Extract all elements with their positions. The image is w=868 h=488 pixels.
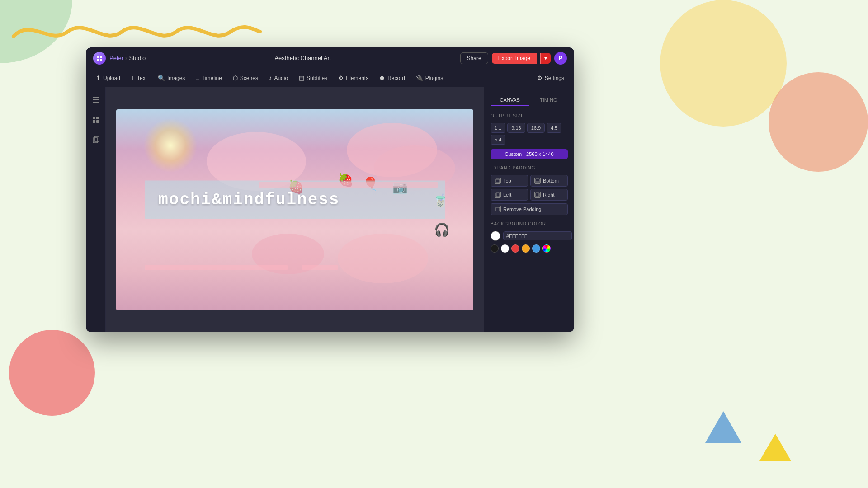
- export-button[interactable]: Export Image: [492, 53, 537, 64]
- squiggle-decoration: [9, 14, 262, 50]
- svg-rect-21: [496, 207, 500, 211]
- svg-rect-12: [94, 136, 99, 141]
- color-input-row: ✏: [491, 231, 568, 241]
- sidebar-icon-copy[interactable]: [89, 132, 103, 147]
- preset-blue[interactable]: [532, 244, 540, 253]
- expand-padding-label: EXPAND PADDING: [491, 165, 568, 170]
- preset-black[interactable]: [491, 244, 499, 253]
- remove-padding-button[interactable]: Remove Padding: [491, 203, 568, 215]
- record-icon: ⏺: [379, 75, 385, 81]
- size-16-9[interactable]: 16:9: [527, 123, 545, 133]
- svg-rect-6: [93, 102, 99, 103]
- expand-left-button[interactable]: Left: [491, 189, 528, 201]
- plugins-button[interactable]: 🔌 Plugins: [411, 73, 448, 83]
- svg-rect-5: [93, 99, 99, 100]
- sticker-headphones[interactable]: 🎧: [434, 222, 450, 237]
- share-button[interactable]: Share: [460, 52, 488, 64]
- size-buttons-group: 1:1 9:16 16:9 4:5 5:4: [491, 123, 568, 145]
- expand-bottom-label: Bottom: [543, 178, 559, 183]
- right-panel: CANVAS TIMING OUTPUT SIZE 1:1 9:16 16:9 …: [484, 87, 574, 332]
- bg-circle-salmon: [769, 72, 868, 172]
- subtitles-button[interactable]: ▤ Subtitles: [294, 73, 332, 83]
- top-bar: Peter › Studio Aesthetic Channel Art Sha…: [86, 47, 574, 69]
- sidebar-icon-layers[interactable]: [89, 93, 103, 107]
- timeline-label: Timeline: [202, 75, 222, 81]
- preset-red[interactable]: [511, 244, 519, 253]
- panel-tabs: CANVAS TIMING: [491, 94, 568, 106]
- app-window: Peter › Studio Aesthetic Channel Art Sha…: [86, 47, 574, 332]
- export-chevron-button[interactable]: ▾: [540, 53, 551, 64]
- audio-button[interactable]: ♪ Audio: [264, 73, 292, 83]
- text-icon: T: [131, 75, 135, 81]
- scenes-label: Scenes: [240, 75, 258, 81]
- svg-rect-9: [93, 120, 95, 123]
- size-1-1[interactable]: 1:1: [491, 123, 505, 133]
- preset-rainbow[interactable]: [542, 244, 551, 253]
- expand-bottom-button[interactable]: Bottom: [530, 175, 568, 187]
- bg-triangle-yellow: [760, 434, 791, 461]
- upload-button[interactable]: ⬆ Upload: [91, 73, 125, 83]
- expand-left-label: Left: [503, 192, 511, 197]
- output-size-label: OUTPUT SIZE: [491, 113, 568, 118]
- remove-padding-icon: [495, 206, 501, 212]
- expand-right-button[interactable]: Right: [530, 189, 568, 201]
- remove-padding-label: Remove Padding: [503, 206, 541, 212]
- canvas-content: 🍓 🍓 🎈 📷 🧋 🎧 mochi&mindfulness: [116, 109, 473, 310]
- svg-rect-1: [100, 56, 102, 58]
- user-avatar[interactable]: P: [554, 52, 567, 65]
- size-4-5[interactable]: 4:5: [547, 123, 561, 133]
- tab-timing[interactable]: TIMING: [529, 94, 568, 106]
- settings-icon: ⚙: [537, 75, 542, 81]
- svg-rect-13: [496, 179, 500, 183]
- preset-white[interactable]: [501, 244, 509, 253]
- app-logo: [93, 52, 106, 65]
- toolbar: ⬆ Upload T Text 🔍 Images ≡ Timeline ⬡ Sc…: [86, 69, 574, 87]
- canvas-area[interactable]: 🍓 🍓 🎈 📷 🧋 🎧 mochi&mindfulness: [106, 87, 484, 332]
- images-button[interactable]: 🔍 Images: [153, 73, 189, 83]
- svg-rect-3: [100, 59, 102, 61]
- record-label: Record: [387, 75, 405, 81]
- plugins-label: Plugins: [425, 75, 443, 81]
- expand-left-icon: [495, 192, 501, 198]
- color-presets: [491, 244, 568, 253]
- elements-icon: ⚙: [338, 75, 344, 81]
- background-color-section: BACKGROUND COLOR ✏: [491, 221, 568, 253]
- svg-rect-19: [536, 193, 539, 197]
- svg-rect-11: [93, 138, 98, 143]
- breadcrumb: Peter › Studio: [109, 55, 146, 61]
- size-9-16[interactable]: 9:16: [507, 123, 525, 133]
- expand-top-button[interactable]: Top: [491, 175, 528, 187]
- pink-band-top: [259, 182, 438, 188]
- color-preview-circle[interactable]: [491, 231, 500, 241]
- svg-rect-2: [97, 59, 99, 61]
- size-5-4[interactable]: 5:4: [491, 135, 505, 145]
- preset-orange[interactable]: [522, 244, 530, 253]
- banner-text: mochi&mindfulness: [158, 190, 340, 209]
- custom-size-button[interactable]: Custom - 2560 x 1440: [491, 149, 568, 159]
- svg-rect-8: [96, 117, 99, 119]
- tab-canvas[interactable]: CANVAS: [491, 94, 529, 106]
- settings-label: Settings: [545, 75, 564, 81]
- text-label: Text: [137, 75, 147, 81]
- upload-label: Upload: [103, 75, 120, 81]
- expand-padding-grid: Top Bottom: [491, 175, 568, 201]
- sidebar-icon-elements[interactable]: [89, 113, 103, 127]
- scenes-button[interactable]: ⬡ Scenes: [228, 73, 263, 83]
- expand-top-label: Top: [503, 178, 511, 183]
- cloud-puff-5: [338, 234, 428, 283]
- scenes-icon: ⬡: [233, 75, 238, 81]
- timeline-button[interactable]: ≡ Timeline: [191, 73, 226, 83]
- settings-button[interactable]: ⚙ Settings: [533, 73, 569, 83]
- breadcrumb-separator: ›: [125, 55, 127, 61]
- breadcrumb-user[interactable]: Peter: [109, 55, 123, 61]
- subtitles-label: Subtitles: [307, 75, 327, 81]
- svg-rect-15: [536, 179, 539, 183]
- bg-color-label: BACKGROUND COLOR: [491, 221, 568, 226]
- color-hex-field[interactable]: [503, 231, 572, 240]
- elements-button[interactable]: ⚙ Elements: [334, 73, 373, 83]
- expand-right-label: Right: [543, 192, 555, 197]
- record-button[interactable]: ⏺ Record: [375, 73, 410, 83]
- subtitles-icon: ▤: [299, 75, 304, 81]
- text-button[interactable]: T Text: [127, 73, 151, 83]
- svg-rect-17: [496, 193, 500, 197]
